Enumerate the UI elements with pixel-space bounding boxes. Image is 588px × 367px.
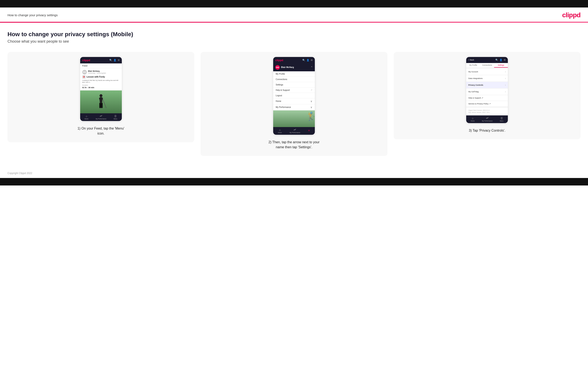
section-home: Home ∨	[273, 98, 315, 104]
settings-icon: ⚙	[311, 59, 313, 62]
step3-caption: 3) Tap 'Privacy Controls'.	[469, 128, 505, 133]
phone2-logo: clippd	[275, 59, 283, 62]
data-integrations-chevron: ›	[505, 77, 506, 80]
phone-mockup-1: clippd 🔍 👤 ⚙ Feed BM Blair McHarg	[80, 57, 122, 121]
lesson-icon: 🎯	[82, 75, 86, 79]
page-title: How to change your privacy settings (Mob…	[8, 31, 580, 38]
my-golf-bag-label: My Golf Bag	[468, 91, 479, 93]
phone3-bottom-nav: ⌂ Home My Performance ☰ Menu	[466, 115, 508, 123]
settings-row-my-golf-bag: My Golf Bag ›	[466, 89, 508, 95]
expand-arrow-icon: ⌃	[311, 66, 313, 69]
svg-point-0	[100, 94, 103, 97]
lesson-title: Lesson with Fordy	[86, 76, 105, 78]
menu-user-info: BM Blair McHarg	[275, 65, 294, 70]
profile-icon: 👤	[306, 59, 309, 62]
step-1-card: clippd 🔍 👤 ⚙ Feed BM Blair McHarg	[8, 52, 194, 142]
step2-caption: 2) Then, tap the arrow next to your name…	[267, 140, 321, 150]
logout-label: Logout	[276, 94, 282, 97]
settings-list: My Account › Data Integrations › Privacy…	[466, 68, 508, 108]
nav-menu-label-3: Menu	[500, 120, 503, 122]
user-name: Blair McHarg	[281, 66, 294, 68]
settings-label: Settings	[276, 83, 283, 86]
nav-home-label-2: Home	[278, 132, 282, 133]
performance-section-label: My Performance	[276, 106, 291, 108]
phone2-icons: 🔍 👤 ⚙	[302, 59, 313, 62]
search-icon-3: 🔍	[495, 59, 498, 61]
phone2-bottom-nav: ⌂ Home My Performance ✕	[273, 127, 315, 135]
bottom-bar	[0, 178, 588, 185]
svg-rect-5	[101, 103, 103, 108]
phone1-logo: clippd	[82, 59, 90, 62]
menu-sections: Home ∨ My Performance ∨	[273, 98, 315, 110]
tab-my-profile: My Profile	[466, 63, 480, 67]
data-integrations-label: Data Integrations	[468, 77, 483, 79]
logo: clippd	[562, 11, 580, 19]
menu-item-logout: Logout	[273, 93, 315, 98]
settings-row-my-account: My Account ›	[466, 69, 508, 75]
nav-menu-3: ☰ Menu	[500, 117, 503, 122]
menu-user-row: BM Blair McHarg ⌃	[273, 63, 315, 71]
home-icon: ⌂	[86, 115, 87, 118]
phone3-icons: 🔍 👤 ⚙	[495, 59, 506, 61]
close-icon: ✕	[308, 129, 310, 132]
menu-item-my-profile: My Profile	[273, 71, 315, 77]
settings-icon-3: ⚙	[504, 59, 506, 61]
privacy-controls-chevron: ›	[505, 83, 506, 86]
phone-mockup-3: < Back 🔍 👤 ⚙ My Profile Connections Sett…	[466, 57, 508, 123]
copyright-text: Copyright Clippd 2022	[8, 172, 32, 175]
my-account-chevron: ›	[505, 70, 506, 73]
top-bar	[0, 0, 588, 8]
phone1-icons: 🔍 👤 ⚙	[109, 59, 120, 62]
breadcrumb: How to change your privacy settings	[8, 13, 58, 17]
home-section-label: Home	[276, 100, 281, 102]
nav-performance-label-3: My Performance	[482, 120, 493, 122]
search-icon: 🔍	[302, 59, 305, 62]
profile-icon-3: 👤	[500, 59, 502, 61]
duration-label: Duration	[82, 84, 120, 86]
avatar: BM	[82, 70, 87, 75]
section-performance: My Performance ∨	[273, 104, 315, 110]
nav-home-label: Home	[85, 118, 88, 120]
menu-icon-3: ☰	[501, 117, 503, 120]
golf-image	[80, 91, 122, 113]
profile-icon: 👤	[113, 59, 116, 62]
nav-performance: My Performance	[96, 115, 106, 120]
user-avatar: BM	[275, 65, 280, 70]
back-button: < Back	[468, 59, 474, 61]
duration-value: 01 hr : 30 min	[82, 86, 120, 89]
service-privacy-label: Service & Privacy Policy ↗	[468, 103, 491, 105]
nav-home-3: ⌂ Home	[471, 117, 475, 122]
svg-line-6	[103, 99, 106, 108]
footer: Copyright Clippd 2022	[0, 168, 588, 178]
svg-rect-4	[99, 103, 101, 108]
menu-items-list: My Profile Connections Settings Help & S…	[273, 71, 315, 98]
menu-icon: ☰	[114, 115, 117, 118]
settings-row-service-privacy: Service & Privacy Policy ↗	[466, 101, 508, 107]
menu-item-help: Help & Support	[273, 88, 315, 93]
main-content: How to change your privacy settings (Mob…	[0, 23, 588, 168]
nav-close: ✕	[308, 129, 310, 133]
phone1-bottom-nav: ⌂ Home My Performance ☰ Menu	[80, 113, 122, 121]
page-header: How to change your privacy settings clip…	[0, 8, 588, 22]
section-home-chevron: ∨	[311, 100, 312, 103]
chart-icon-2	[294, 128, 296, 131]
chart-icon	[100, 115, 102, 118]
golfer-illustration	[95, 93, 107, 112]
search-icon: 🔍	[109, 59, 112, 62]
connections-label: Connections	[276, 78, 287, 81]
home-icon-3: ⌂	[472, 117, 473, 120]
nav-menu: ☰ Menu	[114, 115, 117, 120]
nav-home-2: ⌂ Home	[278, 128, 282, 133]
tab-connections: Connections	[480, 63, 494, 67]
settings-icon: ⚙	[118, 59, 120, 62]
home-icon-2: ⌂	[279, 128, 280, 131]
my-account-label: My Account	[468, 71, 478, 73]
chart-icon-3	[486, 117, 488, 120]
nav-home: ⌂ Home	[85, 115, 88, 120]
tab-settings: Settings	[494, 63, 508, 67]
nav-menu-label: Menu	[114, 118, 117, 120]
my-golf-bag-chevron: ›	[505, 90, 506, 93]
help-support-label: Help & Support ↗	[468, 97, 483, 99]
phone1-header: clippd 🔍 👤 ⚙	[80, 57, 122, 63]
step-3-card: < Back 🔍 👤 ⚙ My Profile Connections Sett…	[394, 52, 580, 139]
